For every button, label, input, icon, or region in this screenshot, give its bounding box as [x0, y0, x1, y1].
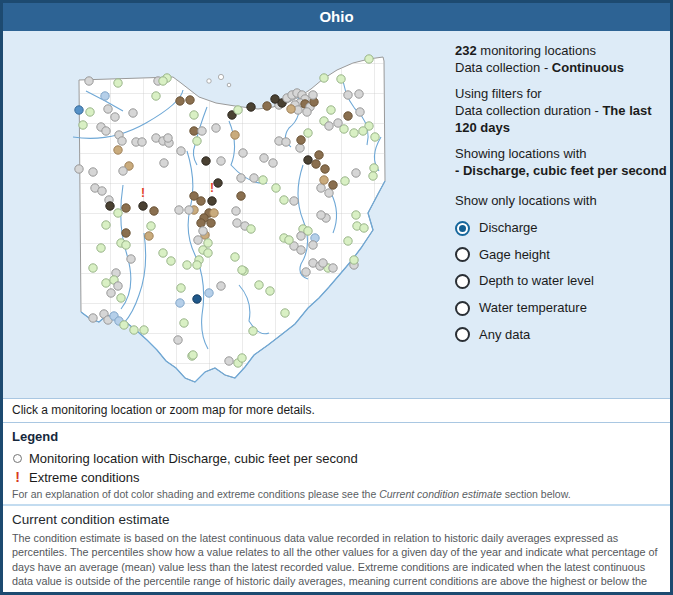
monitoring-dot-normal[interactable] [231, 253, 239, 261]
monitoring-dot-normal[interactable] [102, 221, 110, 229]
monitoring-dot-much-below[interactable] [297, 136, 305, 144]
monitoring-dot-normal[interactable] [79, 121, 87, 129]
radio-discharge[interactable]: Discharge [455, 220, 667, 237]
monitoring-dot-not-ranked[interactable] [107, 289, 115, 297]
monitoring-dot-normal[interactable] [193, 137, 201, 145]
monitoring-dot-normal[interactable] [122, 241, 130, 249]
monitoring-dot-much-below[interactable] [263, 102, 271, 110]
monitoring-dot-not-ranked[interactable] [239, 149, 247, 157]
monitoring-dot-not-ranked[interactable] [111, 113, 119, 121]
monitoring-dot-normal[interactable] [360, 224, 368, 232]
monitoring-dot-extremely-below[interactable] [106, 202, 114, 210]
monitoring-dot-not-ranked[interactable] [104, 105, 112, 113]
monitoring-dot-not-ranked[interactable] [177, 147, 185, 155]
monitoring-dot-normal[interactable] [255, 281, 263, 289]
monitoring-dot-not-ranked[interactable] [334, 119, 342, 127]
monitoring-dot-not-ranked[interactable] [344, 91, 352, 99]
monitoring-dot-not-ranked[interactable] [325, 122, 333, 130]
monitoring-dot-not-ranked[interactable] [114, 282, 122, 290]
monitoring-dot-extremely-below[interactable] [202, 157, 210, 165]
monitoring-dot-below-normal[interactable] [210, 209, 218, 217]
monitoring-dot-normal[interactable] [370, 164, 378, 172]
monitoring-dot-not-ranked[interactable] [217, 157, 225, 165]
monitoring-dot-not-ranked[interactable] [317, 184, 325, 192]
monitoring-dot-not-ranked[interactable] [303, 108, 311, 116]
monitoring-dot-not-ranked[interactable] [296, 144, 304, 152]
monitoring-dot-not-ranked[interactable] [194, 236, 202, 244]
radio-gage-height[interactable]: Gage height [455, 247, 667, 264]
monitoring-dot-extremely-below[interactable] [271, 95, 279, 103]
monitoring-dot-much-below[interactable] [197, 197, 205, 205]
monitoring-dot-normal[interactable] [285, 236, 293, 244]
monitoring-dot-normal[interactable] [114, 79, 122, 87]
monitoring-dot-not-ranked[interactable] [290, 197, 298, 205]
monitoring-dot-normal[interactable] [189, 351, 197, 359]
monitoring-dot-extremely-below[interactable] [208, 197, 216, 205]
monitoring-dot-normal[interactable] [86, 108, 94, 116]
monitoring-dot-not-ranked[interactable] [355, 90, 363, 98]
monitoring-dot-not-ranked[interactable] [319, 259, 327, 267]
monitoring-dot-normal[interactable] [183, 261, 191, 269]
monitoring-dot-much-below[interactable] [122, 204, 130, 212]
monitoring-dot-normal[interactable] [352, 211, 360, 219]
monitoring-dot-extremely-below[interactable] [139, 202, 147, 210]
monitoring-dot-not-ranked[interactable] [302, 268, 310, 276]
monitoring-dot-normal[interactable] [238, 266, 246, 274]
monitoring-dot-not-ranked[interactable] [175, 206, 183, 214]
monitoring-dot-normal[interactable] [152, 92, 160, 100]
monitoring-dot-normal[interactable] [337, 75, 345, 83]
monitoring-dot-not-ranked[interactable] [282, 138, 290, 146]
monitoring-dot-below-normal[interactable] [287, 105, 295, 113]
monitoring-dot-normal[interactable] [130, 326, 138, 334]
radio-button-icon[interactable] [455, 274, 470, 289]
monitoring-dot-not-ranked[interactable] [185, 206, 193, 214]
radio-button-icon[interactable] [455, 327, 470, 342]
monitoring-dot-not-ranked[interactable] [75, 165, 83, 173]
monitoring-dot-not-ranked[interactable] [309, 241, 317, 249]
monitoring-dot-much-below[interactable] [150, 207, 158, 215]
monitoring-dot-normal[interactable] [281, 309, 289, 317]
monitoring-dot-normal[interactable] [147, 222, 155, 230]
monitoring-dot-not-ranked[interactable] [225, 357, 233, 365]
monitoring-dot-normal[interactable] [193, 261, 201, 269]
monitoring-dot-not-ranked[interactable] [352, 169, 360, 177]
monitoring-dot-normal[interactable] [259, 176, 267, 184]
monitoring-dot-much-below[interactable] [315, 151, 323, 159]
monitoring-dot-normal[interactable] [304, 129, 312, 137]
monitoring-dot-normal[interactable] [247, 225, 255, 233]
monitoring-dot-much-below[interactable] [190, 127, 198, 135]
monitoring-dot-normal[interactable] [114, 209, 122, 217]
monitoring-dot-not-ranked[interactable] [325, 189, 333, 197]
monitoring-dot-normal[interactable] [249, 327, 257, 335]
monitoring-dot-much-below[interactable] [207, 219, 215, 227]
monitoring-dot-much-below[interactable] [312, 160, 320, 168]
monitoring-dot-below-normal[interactable] [145, 232, 153, 240]
monitoring-dot-not-ranked[interactable] [164, 134, 172, 142]
monitoring-dot-not-ranked[interactable] [129, 109, 137, 117]
monitoring-dot-not-ranked[interactable] [127, 255, 135, 263]
monitoring-dot-below-normal[interactable] [320, 176, 328, 184]
monitoring-dot-not-ranked[interactable] [118, 137, 126, 145]
monitoring-dot-normal[interactable] [371, 133, 379, 141]
monitoring-dot-normal[interactable] [266, 287, 274, 295]
monitoring-dot-not-ranked[interactable] [198, 127, 206, 135]
monitoring-dot-not-ranked[interactable] [329, 264, 337, 272]
monitoring-dot-normal[interactable] [102, 279, 110, 287]
monitoring-dot-not-ranked[interactable] [237, 174, 245, 182]
monitoring-dot-not-ranked[interactable] [297, 246, 305, 254]
monitoring-dot-normal[interactable] [350, 256, 358, 264]
monitoring-dot-above-normal[interactable] [205, 289, 213, 297]
monitoring-dot-normal[interactable] [365, 55, 373, 63]
radio-water-temperature[interactable]: Water temperature [455, 300, 667, 317]
monitoring-dot-normal[interactable] [180, 319, 188, 327]
radio-button-icon[interactable] [455, 221, 470, 236]
monitoring-dot-much-below[interactable] [176, 97, 184, 105]
monitoring-dot-normal[interactable] [280, 196, 288, 204]
monitoring-dot-extremely-below[interactable] [247, 103, 255, 111]
monitoring-dot-normal[interactable] [97, 244, 105, 252]
monitoring-dot-normal[interactable] [238, 354, 246, 362]
monitoring-dot-normal[interactable] [204, 249, 212, 257]
monitoring-dot-not-ranked[interactable] [269, 159, 277, 167]
monitoring-dot-not-ranked[interactable] [85, 77, 93, 85]
monitoring-dot-extremely-below[interactable] [304, 156, 312, 164]
